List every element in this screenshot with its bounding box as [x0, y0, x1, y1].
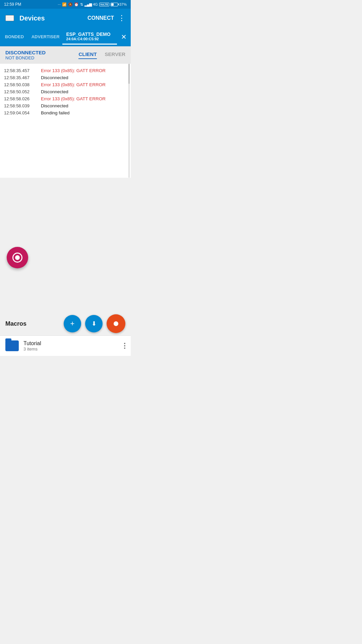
log-row: 12:58:58.026 Error 133 (0x85): GATT ERRO…	[0, 95, 131, 102]
log-time: 12:58:58.026	[4, 96, 41, 101]
log-time: 12:58:50.038	[4, 82, 41, 87]
macros-label: Macros	[5, 320, 26, 327]
bell-icon: 🔕	[68, 2, 73, 7]
log-message-error: Error 133 (0x85): GATT ERROR	[41, 96, 106, 101]
tutorial-name: Tutorial	[23, 340, 124, 346]
record-macro-button[interactable]	[107, 314, 125, 333]
device-name: ESP_GATTS_DEMO	[66, 32, 111, 37]
tab-bonded[interactable]: BONDED	[0, 28, 29, 45]
record-fab-button[interactable]	[7, 247, 28, 268]
main-content-area	[0, 178, 131, 312]
log-time: 12:59:04.054	[4, 110, 41, 115]
log-time: 12:58:35.467	[4, 75, 41, 80]
device-mac: 24:0A:C4:00:C5:92	[66, 37, 99, 41]
download-macro-button[interactable]: ⬇	[85, 315, 103, 332]
log-area: 12:58:35.457 Error 133 (0x85): GATT ERRO…	[0, 64, 131, 178]
record-dot	[15, 255, 20, 260]
page-title: Devices	[19, 14, 87, 22]
tutorial-info: Tutorial 3 items	[23, 340, 124, 352]
log-row: 12:59:04.054 Bonding failed	[0, 109, 131, 116]
tab-selected-device[interactable]: ESP_GATTS_DEMO 24:0A:C4:00:C5:92	[62, 29, 117, 45]
dots-icon: ···	[58, 2, 61, 6]
download-icon: ⬇	[92, 320, 97, 327]
volte-badge: VoLTE	[99, 3, 109, 6]
record-icon	[12, 253, 22, 263]
connection-status: DISCONNECTED NOT BONDED	[5, 50, 78, 60]
log-row: 12:58:50.038 Error 133 (0x85): GATT ERRO…	[0, 81, 131, 88]
battery-icon	[111, 3, 118, 6]
log-time: 12:58:50.052	[4, 89, 41, 94]
client-server-tab-bar: CLIENT SERVER	[78, 51, 125, 59]
log-row: 12:58:35.457 Error 133 (0x85): GATT ERRO…	[0, 67, 131, 74]
log-message: Bonding failed	[41, 110, 70, 115]
status-time: 12:59 PM	[4, 2, 21, 7]
bond-status-label: NOT BONDED	[5, 55, 78, 60]
log-entries: 12:58:35.457 Error 133 (0x85): GATT ERRO…	[0, 67, 131, 116]
more-options-button[interactable]: ⋮	[118, 14, 125, 22]
folder-icon	[5, 340, 19, 351]
log-time: 12:58:35.457	[4, 68, 41, 73]
log-row: 12:58:50.052 Disconnected	[0, 88, 131, 95]
tutorial-row[interactable]: Tutorial 3 items	[0, 336, 131, 356]
scrollbar-thumb[interactable]	[128, 64, 130, 84]
record-indicator	[114, 321, 118, 326]
log-message: Disconnected	[41, 103, 68, 108]
log-time: 12:58:58.039	[4, 103, 41, 108]
log-row: 12:58:35.467 Disconnected	[0, 74, 131, 81]
bottom-bar: Macros + ⬇	[0, 312, 131, 335]
status-bar: 12:59 PM ··· 📶 🔕 ⏰ ⇅ ▂▄▆ 4G VoLTE 37%	[0, 0, 131, 9]
signal-icon: ▂▄▆	[84, 2, 92, 7]
tab-client[interactable]: CLIENT	[78, 51, 97, 59]
log-message: Disconnected	[41, 75, 68, 80]
connection-status-label: DISCONNECTED	[5, 50, 78, 55]
log-message-error: Error 133 (0x85): GATT ERROR	[41, 82, 106, 87]
tab-server[interactable]: SERVER	[105, 51, 125, 59]
menu-button[interactable]	[5, 15, 14, 21]
bottom-fab-row: + ⬇	[64, 314, 125, 333]
network-type: 4G	[93, 2, 98, 6]
log-message: Disconnected	[41, 89, 68, 94]
battery-pct: 37%	[119, 2, 127, 6]
close-tab-button[interactable]: ✕	[117, 33, 131, 41]
app-bar: Devices CONNECT ⋮	[0, 9, 131, 28]
plus-icon: +	[70, 320, 75, 327]
tab-advertiser[interactable]: ADVERTISER	[29, 28, 62, 45]
time-display: 12:59 PM	[4, 2, 21, 7]
connection-status-row: DISCONNECTED NOT BONDED CLIENT SERVER	[0, 46, 131, 64]
status-icons: ··· 📶 🔕 ⏰ ⇅ ▂▄▆ 4G VoLTE 37%	[58, 2, 127, 7]
connect-button[interactable]: CONNECT	[87, 15, 114, 21]
scrollbar-track[interactable]	[128, 64, 130, 178]
arrows-icon: ⇅	[80, 2, 83, 7]
device-tab-bar: BONDED ADVERTISER ESP_GATTS_DEMO 24:0A:C…	[0, 28, 131, 46]
add-macro-button[interactable]: +	[64, 315, 81, 332]
tutorial-more-button[interactable]	[124, 343, 125, 349]
log-message-error: Error 133 (0x85): GATT ERROR	[41, 68, 106, 73]
bluetooth-icon: 📶	[62, 2, 67, 7]
tutorial-count: 3 items	[23, 346, 124, 352]
log-row: 12:58:58.039 Disconnected	[0, 102, 131, 109]
alarm-icon: ⏰	[74, 2, 79, 7]
